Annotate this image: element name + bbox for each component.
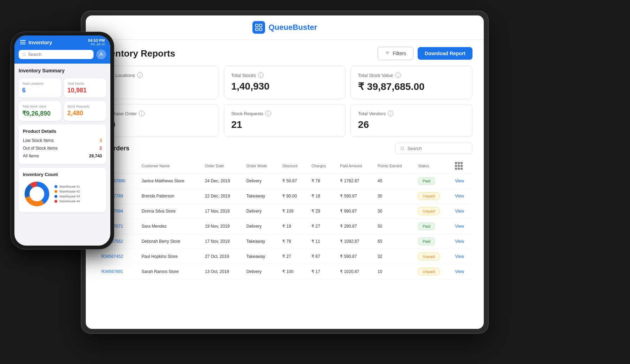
order-date-cell: 17 Nov, 2019 [201,234,242,249]
phone-status-bar: Inventory 04:53 PM Fri, Jul 10 [14,35,110,47]
phone-stat-label-total-locations: Total Locations [22,82,58,85]
svg-rect-2 [256,28,258,31]
points-earned-cell: 32 [373,249,414,264]
view-link[interactable]: View [455,178,464,183]
search-input[interactable] [407,146,467,151]
inventory-summary-title: Inventory Summary [19,68,106,73]
stat-label-total-stock-value: Total Stock Value i [358,72,465,78]
filters-label: Filters [393,51,406,56]
phone-search-box[interactable] [19,50,94,59]
orders-search-box[interactable] [395,143,472,154]
status-badge: Paid [418,177,435,185]
view-cell[interactable]: View [451,249,472,264]
table-body: R124567890 Janice Matthews Store 24 Dec,… [97,174,472,279]
phone-stat-value-total-stock-value: ₹9,26,890 [22,110,58,117]
stat-value-stock-requests: 21 [231,119,339,130]
col-grid-icon [451,158,472,174]
info-icon-3[interactable]: i [139,111,144,116]
view-link[interactable]: View [455,224,464,229]
stat-label-total-vendors: Total Vendors i [358,111,465,116]
phone-stats-row-1: Total Locations 6 Total Stocks 10,981 [19,78,106,98]
phone-status-left: Inventory [20,39,52,45]
table-row: R34567452 Paul Hopkins Store 27 Oct, 201… [97,249,472,264]
svg-point-7 [401,147,404,150]
view-link[interactable]: View [455,209,464,214]
legend-warehouse-2: Warehouse #2 [54,190,80,193]
order-date-cell: 13 Oct, 2019 [201,264,242,279]
hamburger-menu-icon[interactable] [20,40,26,44]
info-icon-1[interactable]: i [258,72,264,78]
order-date-cell: 27 Oct, 2019 [201,249,242,264]
download-report-button[interactable]: Download Report [418,47,472,60]
search-icon [400,146,405,151]
view-cell[interactable]: View [451,234,472,249]
legend-warehouse-3: Warehouse #3 [54,195,80,198]
col-charges: Charges [307,158,336,174]
tablet-header: QueueBuster [86,15,484,40]
status-cell: Paid [414,174,451,189]
view-link[interactable]: View [455,194,464,199]
orders-header: t of Orders [97,143,472,154]
page-header: Inventory Reports Filters Download Repor… [86,40,484,66]
order-date-cell: 24 Dec, 2019 [201,174,242,189]
order-mode-cell: Takeaway [242,249,278,264]
phone-screen: Inventory 04:53 PM Fri, Jul 10 [14,35,110,246]
customer-name-cell: Janice Matthews Store [137,174,201,189]
points-earned-cell: 45 [373,174,414,189]
phone-search-area [14,47,110,64]
status-badge: Paid [418,222,435,230]
charges-cell: ₹ 78 [307,174,336,189]
order-id-cell[interactable]: R34567452 [97,249,137,264]
status-cell: Unpaid [414,264,451,279]
table-head: rder ID Customer Name Order Date Order M… [97,158,472,174]
profile-icon[interactable] [96,50,106,59]
all-items-count: 29,743 [89,154,102,158]
svg-line-8 [403,149,404,150]
low-stock-count: 3 [99,138,102,143]
phone-search-input[interactable] [28,52,90,57]
info-icon-4[interactable]: i [265,111,271,116]
col-discount: Discount [278,158,307,174]
info-icon-0[interactable]: i [137,72,143,78]
legend-dot-1 [54,185,57,188]
paid-amount-cell: ₹ 990.87 [336,204,373,219]
points-earned-cell: 50 [373,219,414,234]
view-link[interactable]: View [455,269,464,274]
phone-stat-total-locations: Total Locations 6 [19,78,61,98]
grid-view-icon[interactable] [455,162,468,170]
product-details-card: Product Details Low Stock Items 3 Out of… [19,124,106,164]
order-id-cell[interactable]: R34567891 [97,264,137,279]
customer-name-cell: Brenda Patterson [137,189,201,204]
view-cell[interactable]: View [451,264,472,279]
donut-legend-row: Warehouse #1 Warehouse #2 Warehouse #3 [23,180,102,208]
svg-rect-1 [259,24,262,27]
legend-warehouse-1: Warehouse #1 [54,185,80,188]
status-badge: Unpaid [418,268,439,275]
view-link[interactable]: View [455,239,464,244]
info-icon-5[interactable]: i [388,111,393,116]
product-low-stock-row: Low Stock Items 3 [23,137,102,144]
view-cell[interactable]: View [451,189,472,204]
view-cell[interactable]: View [451,174,472,189]
stats-grid: Total Locations i 7 Total Stocks i 1,40,… [86,66,484,143]
order-mode-cell: Delivery [242,264,278,279]
view-cell[interactable]: View [451,204,472,219]
svg-point-9 [22,53,25,56]
col-customer-name: Customer Name [137,158,201,174]
view-cell[interactable]: View [451,219,472,234]
stat-value-purchase-order: 39 [104,119,212,130]
status-cell: Unpaid [414,249,451,264]
filters-button[interactable]: Filters [378,47,413,60]
stat-value-total-stocks: 1,40,930 [231,81,339,92]
order-date-cell: 22 Dec, 2019 [201,189,242,204]
phone-stat-value-total-locations: 6 [22,87,58,94]
status-cell: Unpaid [414,204,451,219]
col-order-date: Order Date [201,158,242,174]
info-icon-2[interactable]: i [395,72,401,78]
table-row: R34567891 Sarah Ramos Store 13 Oct, 2019… [97,264,472,279]
stat-card-stock-requests: Stock Requests i 21 [224,104,346,137]
phone-search-icon [22,52,26,57]
legend-dot-4 [54,200,57,203]
phone-stat-label-stock-requests: Stock Requests [68,105,103,108]
view-link[interactable]: View [455,254,464,259]
